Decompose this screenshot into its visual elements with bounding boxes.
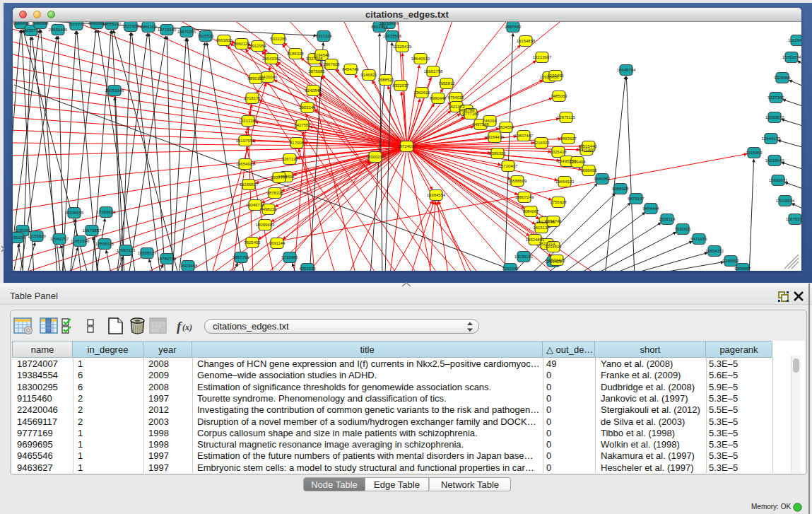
svg-text:11156829: 11156829 bbox=[28, 234, 46, 238]
svg-text:8660124: 8660124 bbox=[233, 42, 250, 46]
svg-text:9474444: 9474444 bbox=[642, 206, 659, 211]
svg-text:12923468: 12923468 bbox=[179, 264, 198, 268]
svg-text:15751074: 15751074 bbox=[782, 55, 801, 59]
svg-text:17957223: 17957223 bbox=[117, 248, 136, 252]
svg-text:2935114: 2935114 bbox=[659, 217, 676, 221]
svg-text:2718176: 2718176 bbox=[244, 96, 261, 100]
svg-text:1362615: 1362615 bbox=[413, 90, 430, 95]
svg-text:8454749: 8454749 bbox=[342, 67, 359, 71]
svg-text:16671355: 16671355 bbox=[177, 30, 196, 34]
svg-text:746266: 746266 bbox=[483, 119, 498, 123]
svg-text:6466160: 6466160 bbox=[140, 25, 157, 29]
svg-text:1135061: 1135061 bbox=[15, 228, 32, 233]
svg-text:7955812: 7955812 bbox=[438, 81, 455, 86]
svg-text:16648784: 16648784 bbox=[617, 68, 636, 72]
svg-text:18300295: 18300295 bbox=[366, 155, 385, 159]
svg-text:9146821: 9146821 bbox=[360, 73, 377, 77]
svg-text:1615137: 1615137 bbox=[533, 226, 550, 230]
svg-text:8186328: 8186328 bbox=[287, 52, 304, 56]
svg-text:20364436: 20364436 bbox=[486, 135, 505, 139]
svg-text:9710485: 9710485 bbox=[281, 255, 298, 259]
svg-text:7663822: 7663822 bbox=[216, 38, 233, 42]
svg-text:8888888: 8888888 bbox=[32, 22, 49, 25]
svg-text:19218506: 19218506 bbox=[383, 34, 402, 38]
svg-text:9245652: 9245652 bbox=[722, 259, 739, 263]
svg-text:4353535: 4353535 bbox=[299, 267, 316, 271]
svg-text:9329966: 9329966 bbox=[774, 76, 791, 80]
svg-text:18807249: 18807249 bbox=[515, 195, 534, 199]
svg-text:11123456: 11123456 bbox=[788, 38, 801, 42]
svg-text:16543362: 16543362 bbox=[262, 57, 281, 61]
svg-text:8427552: 8427552 bbox=[294, 123, 311, 127]
svg-text:17359928: 17359928 bbox=[97, 210, 116, 214]
svg-text:6879197: 6879197 bbox=[628, 197, 645, 201]
svg-text:1527602: 1527602 bbox=[122, 24, 139, 28]
svg-text:14136141: 14136141 bbox=[514, 255, 534, 259]
svg-text:6794028: 6794028 bbox=[447, 95, 464, 100]
svg-text:(x): (x) bbox=[182, 322, 192, 332]
svg-text:11675333: 11675333 bbox=[786, 217, 801, 221]
svg-text:10654112: 10654112 bbox=[705, 249, 724, 253]
svg-text:3878335: 3878335 bbox=[266, 191, 283, 195]
svg-text:19654983: 19654983 bbox=[236, 162, 255, 166]
svg-text:14055712: 14055712 bbox=[22, 28, 41, 33]
svg-text:9498222: 9498222 bbox=[260, 207, 277, 211]
svg-text:9084067: 9084067 bbox=[522, 209, 539, 214]
svg-text:19654923: 19654923 bbox=[555, 180, 575, 184]
svg-text:12942757: 12942757 bbox=[50, 237, 69, 241]
svg-text:16782759: 16782759 bbox=[158, 257, 177, 261]
svg-text:3215953: 3215953 bbox=[746, 151, 763, 155]
svg-text:18724007: 18724007 bbox=[397, 144, 416, 148]
svg-text:1640954: 1640954 bbox=[594, 177, 611, 181]
svg-text:16033809: 16033809 bbox=[379, 22, 399, 25]
svg-text:9777169: 9777169 bbox=[462, 112, 479, 116]
svg-text:11325419: 11325419 bbox=[393, 45, 412, 49]
svg-text:6216023: 6216023 bbox=[533, 141, 550, 145]
svg-text:8958928: 8958928 bbox=[612, 187, 629, 191]
svg-text:12975115: 12975115 bbox=[557, 115, 576, 119]
svg-text:7357224: 7357224 bbox=[315, 34, 332, 38]
svg-text:817006: 817006 bbox=[290, 141, 305, 145]
svg-text:22420046: 22420046 bbox=[259, 75, 278, 79]
svg-text:18640910: 18640910 bbox=[411, 57, 430, 61]
svg-text:7485063: 7485063 bbox=[551, 94, 567, 98]
svg-text:3267130: 3267130 bbox=[281, 157, 298, 161]
svg-text:2803144: 2803144 bbox=[299, 105, 316, 110]
svg-text:16107552: 16107552 bbox=[236, 139, 255, 143]
svg-text:1234746: 1234746 bbox=[545, 219, 562, 223]
svg-text:7632621: 7632621 bbox=[674, 227, 691, 231]
svg-text:9998887: 9998887 bbox=[734, 267, 751, 271]
svg-text:8912954: 8912954 bbox=[249, 44, 266, 48]
svg-text:15692971: 15692971 bbox=[769, 178, 788, 182]
svg-text:20053346: 20053346 bbox=[105, 88, 124, 93]
svg-text:9227342: 9227342 bbox=[767, 95, 784, 100]
svg-text:1025438: 1025438 bbox=[550, 150, 567, 154]
svg-text:2867608: 2867608 bbox=[323, 62, 340, 66]
svg-text:12093872: 12093872 bbox=[765, 115, 784, 119]
svg-text:5322265: 5322265 bbox=[270, 37, 287, 41]
svg-text:16210643: 16210643 bbox=[765, 158, 784, 163]
svg-text:10975857: 10975857 bbox=[83, 228, 102, 233]
svg-text:f: f bbox=[177, 319, 182, 334]
svg-text:1588520: 1588520 bbox=[377, 78, 394, 82]
svg-text:1234514: 1234514 bbox=[545, 245, 562, 249]
svg-text:10655267: 10655267 bbox=[102, 22, 122, 26]
svg-text:9463627: 9463627 bbox=[560, 136, 577, 141]
svg-text:12213967: 12213967 bbox=[533, 55, 552, 59]
svg-text:3824554: 3824554 bbox=[498, 125, 514, 129]
svg-text:1233493: 1233493 bbox=[547, 74, 564, 78]
svg-text:12505115: 12505115 bbox=[95, 242, 114, 246]
svg-text:10688609: 10688609 bbox=[508, 179, 527, 183]
svg-text:17016504: 17016504 bbox=[776, 199, 795, 203]
svg-text:1239154: 1239154 bbox=[13, 235, 25, 240]
svg-text:19384554: 19384554 bbox=[427, 193, 446, 197]
svg-text:16961758: 16961758 bbox=[424, 69, 443, 74]
svg-text:11451999: 11451999 bbox=[71, 239, 90, 243]
svg-text:12213383: 12213383 bbox=[239, 119, 258, 123]
svg-text:1234546: 1234546 bbox=[313, 53, 330, 57]
svg-text:10807487: 10807487 bbox=[514, 134, 534, 138]
svg-text:8471676: 8471676 bbox=[690, 237, 707, 241]
svg-text:12444139: 12444139 bbox=[762, 136, 781, 141]
svg-text:1533426: 1533426 bbox=[548, 258, 565, 262]
svg-text:9857791: 9857791 bbox=[233, 255, 249, 259]
